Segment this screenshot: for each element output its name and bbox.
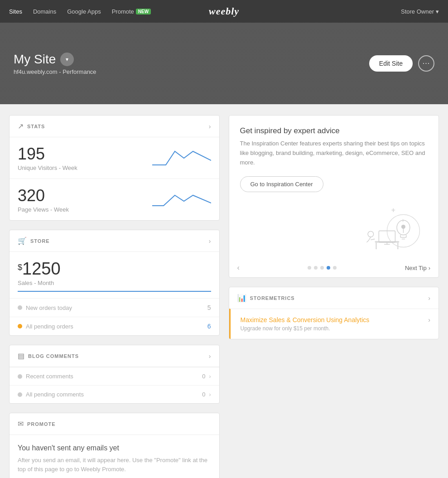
inspiration-visual: + + — [240, 199, 428, 258]
stats-title: STATS — [27, 124, 45, 129]
store-label: Sales - Month — [18, 280, 211, 286]
nav-sites[interactable]: Sites — [9, 8, 22, 15]
storemetrics-header: 📊 STOREMETRICS › — [229, 287, 439, 309]
tip-dot-1[interactable] — [308, 266, 311, 270]
tip-dot-5[interactable] — [333, 266, 337, 270]
svg-text:+: + — [401, 218, 404, 224]
svg-point-8 — [401, 225, 405, 229]
promote-empty-title: You haven't sent any emails yet — [18, 444, 211, 452]
visitors-chart — [152, 147, 211, 169]
promo-chevron-icon: › — [428, 316, 430, 323]
hero-title-row: My Site ▾ — [14, 52, 369, 67]
prev-tip-button[interactable]: ‹ — [237, 264, 240, 272]
pending-orders-dot — [18, 324, 22, 328]
promote-header: ✉ PROMOTE — [10, 413, 219, 435]
blog-icon: ▤ — [18, 352, 24, 360]
storemetrics-expand-icon[interactable]: › — [428, 295, 430, 302]
storemetrics-icon: 📊 — [237, 294, 246, 302]
store-amount: $1250 — [18, 259, 211, 279]
promote-icon: ✉ — [18, 420, 24, 428]
pending-comments-chevron[interactable]: › — [209, 391, 211, 398]
inspiration-text: The Inspiration Center features experts … — [240, 139, 428, 167]
recent-comments-dot — [18, 374, 22, 379]
inspiration-cta-button[interactable]: Go to Inspiration Center — [240, 176, 323, 192]
pending-comments-dot — [18, 392, 22, 397]
recent-comments-label: Recent comments — [26, 373, 73, 380]
nav-domains[interactable]: Domains — [33, 8, 56, 15]
storemetrics-title: STOREMETRICS — [250, 295, 295, 301]
store-body: $1250 Sales - Month — [10, 252, 219, 292]
recent-comments-row: Recent comments 0 › — [10, 367, 219, 385]
pending-comments-row: All pending comments 0 › — [10, 385, 219, 403]
tip-dots — [308, 266, 337, 270]
promote-card: ✉ PROMOTE You haven't sent any emails ye… — [9, 413, 220, 478]
new-orders-value: 5 — [207, 304, 211, 311]
tip-dot-3[interactable] — [320, 266, 324, 270]
promote-empty-body: After you send an email, it will appear … — [18, 456, 211, 473]
storemetrics-promo[interactable]: Maximize Sales & Conversion Using Analyt… — [229, 309, 439, 339]
next-tip-button[interactable]: Next Tip › — [405, 265, 430, 271]
edit-site-button[interactable]: Edit Site — [369, 55, 413, 72]
store-pending-orders-row: All pending orders 6 — [10, 317, 219, 335]
store-new-orders-row: New orders today 5 — [10, 298, 219, 317]
stat-visitors-value: 195 — [18, 145, 77, 164]
storemetrics-card: 📊 STOREMETRICS › Maximize Sales & Conver… — [229, 287, 439, 339]
new-orders-dot — [18, 305, 22, 310]
nav-promote[interactable]: Promote NEW — [112, 8, 151, 15]
hero-actions: Edit Site ··· — [369, 55, 434, 72]
promote-title: PROMOTE — [27, 421, 56, 427]
site-name: My Site — [14, 52, 56, 67]
store-chart-line — [18, 291, 211, 292]
svg-text:+: + — [391, 206, 395, 214]
inspiration-title: Get inspired by expert advice — [240, 126, 428, 135]
inspiration-illustration: + + — [240, 199, 428, 258]
tip-dot-2[interactable] — [314, 266, 318, 270]
store-icon: 🛒 — [18, 237, 27, 245]
left-column: ↗ STATS › 195 Unique Visitors - Week 320… — [9, 115, 220, 478]
blog-comments-header: ▤ BLOG COMMENTS › — [10, 345, 219, 367]
stat-visitors-row: 195 Unique Visitors - Week — [10, 137, 219, 179]
stats-card: ↗ STATS › 195 Unique Visitors - Week 320… — [9, 115, 220, 221]
svg-point-16 — [368, 232, 374, 237]
promote-body: You haven't sent any emails yet After yo… — [10, 435, 219, 478]
svg-rect-11 — [376, 243, 377, 249]
promo-subtitle: Upgrade now for only $15 per month. — [241, 325, 370, 332]
svg-line-17 — [371, 239, 375, 240]
promo-title: Maximize Sales & Conversion Using Analyt… — [241, 316, 370, 323]
pending-comments-label: All pending comments — [26, 391, 84, 398]
blog-comments-title: BLOG COMMENTS — [28, 353, 79, 359]
user-menu[interactable]: Store Owner ▾ — [401, 8, 439, 15]
brand-logo: weebly — [209, 5, 239, 17]
hero-left: My Site ▾ hf4u.weebly.com - Performance — [14, 52, 369, 75]
new-orders-label: New orders today — [26, 304, 72, 311]
store-expand-icon[interactable]: › — [209, 237, 211, 245]
svg-rect-12 — [397, 243, 398, 249]
blog-expand-icon[interactable]: › — [209, 352, 211, 360]
pageviews-chart — [152, 188, 211, 211]
stats-icon: ↗ — [18, 122, 24, 130]
stat-visitors-label: Unique Visitors - Week — [18, 164, 77, 171]
more-options-button[interactable]: ··· — [418, 55, 434, 72]
blog-comments-card: ▤ BLOG COMMENTS › Recent comments 0 › — [9, 345, 220, 404]
nav-google-apps[interactable]: Google Apps — [67, 8, 101, 15]
pending-orders-value[interactable]: 6 — [207, 323, 211, 330]
stats-expand-icon[interactable]: › — [209, 123, 211, 130]
recent-comments-chevron[interactable]: › — [209, 373, 211, 380]
pending-orders-label: All pending orders — [26, 323, 73, 330]
inspiration-body: Get inspired by expert advice The Inspir… — [229, 116, 439, 258]
recent-comments-value: 0 — [202, 373, 205, 380]
store-card: 🛒 STORE › $1250 Sales - Month New orders… — [9, 230, 220, 336]
inspiration-card: Get inspired by expert advice The Inspir… — [229, 115, 439, 278]
tip-dot-4[interactable] — [327, 266, 330, 270]
store-title: STORE — [30, 238, 50, 244]
site-switcher[interactable]: ▾ — [60, 53, 74, 66]
right-column: Get inspired by expert advice The Inspir… — [229, 115, 439, 478]
store-header: 🛒 STORE › — [10, 230, 219, 252]
navbar: Sites Domains Google Apps Promote NEW we… — [0, 0, 448, 23]
stats-header: ↗ STATS › — [10, 116, 219, 137]
inspiration-nav: ‹ Next Tip › — [229, 258, 439, 277]
main-content: ↗ STATS › 195 Unique Visitors - Week 320… — [0, 104, 448, 478]
nav-links: Sites Domains Google Apps Promote NEW — [9, 8, 151, 15]
stat-pageviews-label: Page Views - Week — [18, 206, 69, 213]
site-subtitle: hf4u.weebly.com - Performance — [14, 68, 369, 75]
